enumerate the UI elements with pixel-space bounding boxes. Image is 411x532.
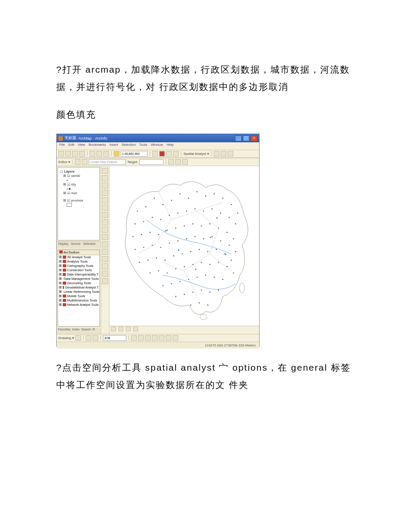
tbx-mobile[interactable]: ⊞Mobile Tools: [58, 294, 100, 298]
menu-help[interactable]: Help: [167, 143, 173, 149]
menu-insert[interactable]: Insert: [109, 143, 118, 149]
font-input[interactable]: 宋体: [103, 335, 126, 341]
sa-tool-1[interactable]: [214, 151, 219, 157]
toc-layer-city[interactable]: ⊞ ☑ city: [60, 183, 98, 186]
menu-tools[interactable]: Tools: [139, 143, 148, 149]
table-of-contents[interactable]: ▢ Layers ⊞ ☑ rain00 • ⊞ ☑ city • ■ ⊞ ☑ r…: [58, 167, 100, 240]
toc-layer-province[interactable]: ⊞ ☑ province: [60, 199, 98, 202]
help-button[interactable]: [173, 151, 179, 157]
map-canvas[interactable]: [109, 166, 259, 334]
goto-xy-icon[interactable]: [102, 263, 108, 269]
tbx-geostat[interactable]: ⊞Geostatistical Analyst T: [58, 285, 100, 290]
print-button[interactable]: [79, 151, 85, 157]
validate-button[interactable]: [175, 159, 181, 165]
full-extent-icon[interactable]: [102, 190, 108, 196]
pause-button[interactable]: [133, 327, 138, 331]
close-button[interactable]: ×: [250, 135, 257, 141]
window-titlebar[interactable]: 无标题 - ArcMap - ArcInfo _ ▢ ×: [57, 135, 259, 142]
forward-extent-icon[interactable]: [102, 219, 108, 225]
attributes-button[interactable]: [168, 159, 174, 165]
task-input[interactable]: Create New Feature: [89, 159, 126, 165]
editor-dropdown[interactable]: Editor ▾: [58, 160, 70, 164]
target-input[interactable]: [139, 159, 164, 165]
marker-color-button[interactable]: [173, 335, 178, 341]
toc-tab-source[interactable]: Source: [71, 242, 80, 248]
tbx-network[interactable]: ⊞Network Analyst Tools: [58, 303, 100, 307]
sa-tool-2[interactable]: [221, 151, 226, 157]
menu-file[interactable]: File: [59, 143, 65, 149]
menu-window[interactable]: Window: [151, 143, 163, 149]
refresh-button[interactable]: [126, 327, 131, 331]
save-button[interactable]: [72, 151, 78, 157]
hyperlink-icon[interactable]: [102, 278, 108, 284]
toc-layer-rain[interactable]: ⊞ ☑ rain00: [60, 174, 98, 178]
identify-icon[interactable]: [102, 249, 108, 255]
tbx-multidim[interactable]: ⊞Multidimension Tools: [58, 298, 100, 303]
line-color-button[interactable]: [166, 335, 171, 341]
tbx-analysis[interactable]: ⊞Analysis Tools: [58, 260, 100, 264]
maximize-button[interactable]: ▢: [243, 135, 250, 141]
spatial-analyst-dropdown[interactable]: Spatial Analyst ▾: [183, 152, 209, 156]
toc-tab-display[interactable]: Display: [58, 242, 68, 248]
clear-selection-icon[interactable]: [102, 234, 108, 240]
drawing-dropdown[interactable]: Drawing ▾: [58, 336, 74, 340]
font-color-button[interactable]: [152, 335, 157, 341]
sa-tool-3[interactable]: [228, 151, 233, 157]
catalog-button[interactable]: [152, 151, 158, 157]
toc-symbol-province[interactable]: [60, 203, 98, 208]
zoom-in-icon[interactable]: [102, 168, 108, 174]
toc-tab-selection[interactable]: Selection: [83, 242, 96, 248]
tbx-data-mgmt[interactable]: ⊞Data Management Tools: [58, 277, 100, 281]
tbx-tab-favorites[interactable]: Favorites: [58, 328, 71, 333]
zoom-out-icon[interactable]: [102, 175, 108, 181]
toc-symbol-city[interactable]: • ■: [60, 187, 98, 191]
merge-button[interactable]: [182, 159, 188, 165]
add-data-button[interactable]: [114, 151, 119, 157]
python-button[interactable]: [166, 151, 172, 157]
pan-icon[interactable]: [102, 183, 108, 189]
fixed-zoom-in-icon[interactable]: [102, 197, 108, 203]
paste-button[interactable]: [103, 151, 109, 157]
tbx-geocoding[interactable]: ⊞Geocoding Tools: [58, 281, 100, 285]
tbx-cartography[interactable]: ⊞Cartography Tools: [58, 264, 100, 268]
data-view-button[interactable]: [111, 327, 116, 331]
fill-color-button[interactable]: [159, 335, 164, 341]
tbx-tab-search[interactable]: Search: [81, 328, 91, 333]
copy-button[interactable]: [96, 151, 102, 157]
edit-tool[interactable]: [75, 159, 80, 165]
select-elements-icon[interactable]: [102, 241, 108, 247]
menu-view[interactable]: View: [78, 143, 85, 149]
toc-layer-river[interactable]: ⊞ ☑ river: [60, 191, 98, 195]
bold-button[interactable]: [131, 335, 137, 341]
menu-selection[interactable]: Selection: [122, 143, 136, 149]
rect-button[interactable]: [86, 335, 91, 341]
back-extent-icon[interactable]: [102, 212, 108, 218]
italic-button[interactable]: [138, 335, 144, 341]
tbx-tab-r[interactable]: R: [93, 328, 95, 333]
sketch-tool[interactable]: [82, 159, 87, 165]
tbx-tab-index[interactable]: Index: [72, 328, 80, 333]
underline-button[interactable]: [145, 335, 151, 341]
tbx-linear-ref[interactable]: ⊞Linear Referencing Tools: [58, 290, 100, 294]
find-icon[interactable]: [102, 256, 108, 262]
tbx-interop[interactable]: ⊞Data Interoperability T: [58, 272, 100, 277]
text-button[interactable]: [93, 335, 98, 341]
arctoolbox-panel[interactable]: ArcToolbox ⊞3D Analyst Tools ⊞Analysis T…: [58, 250, 100, 327]
measure-icon[interactable]: [102, 271, 108, 277]
tbx-3d-analyst[interactable]: ⊞3D Analyst Tools: [58, 255, 100, 260]
layout-view-button[interactable]: [119, 327, 123, 331]
toc-symbol-rain[interactable]: •: [60, 178, 98, 182]
tbx-conversion[interactable]: ⊞Conversion Tools: [58, 268, 100, 272]
select-features-icon[interactable]: [102, 227, 108, 233]
new-button[interactable]: [58, 151, 64, 157]
menu-bookmarks[interactable]: Bookmarks: [89, 143, 106, 149]
cut-button[interactable]: [90, 151, 95, 157]
minimize-button[interactable]: _: [235, 135, 242, 141]
scale-input[interactable]: 1:30,802,902: [121, 151, 148, 157]
toolbox-button[interactable]: [159, 151, 165, 157]
select-elem-button[interactable]: [75, 335, 81, 341]
fixed-zoom-out-icon[interactable]: [102, 205, 108, 211]
toc-root[interactable]: ▢ Layers: [60, 170, 98, 173]
menu-edit[interactable]: Edit: [68, 143, 74, 149]
open-button[interactable]: [65, 151, 71, 157]
